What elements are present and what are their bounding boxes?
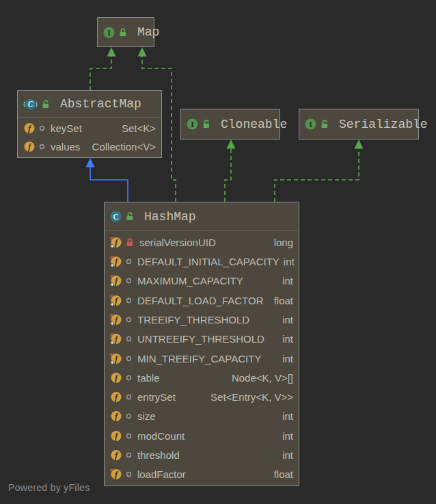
node-title: AbstractMap [60, 97, 141, 111]
class-node-hashmap[interactable]: C HashMap f serialVersionUIDlong f DEFAU… [104, 202, 299, 486]
field-name: threshold [137, 449, 180, 461]
field-name: keySet [51, 122, 82, 134]
field-type: int [282, 449, 293, 461]
field-icon: f [110, 275, 122, 287]
fields-list: f keySetSet<K> f valuesCollection<V> [18, 118, 161, 157]
package-circle-icon [39, 144, 45, 150]
field-row-size[interactable]: f sizeint [105, 407, 299, 426]
public-lock-icon [119, 28, 128, 37]
svg-text:I: I [107, 27, 111, 37]
edge-hashmap-extends-abstractmap [86, 158, 128, 202]
svg-text:C: C [113, 212, 119, 222]
yfiles-credit: Powered by yFiles [8, 482, 90, 493]
private-lock-icon [126, 238, 134, 247]
field-name: MAXIMUM_CAPACITY [137, 275, 243, 287]
field-type: int [284, 256, 295, 267]
node-title: Cloneable [221, 118, 287, 131]
field-name: modCount [137, 430, 185, 442]
field-row-table[interactable]: f tableNode<K, V>[] [105, 368, 299, 387]
node-title: Serializable [339, 118, 428, 131]
field-name: entrySet [137, 391, 176, 403]
diagram-canvas[interactable]: Powered by yFiles I Map C AbstractMap f … [0, 0, 436, 504]
field-name: UNTREEIFY_THRESHOLD [137, 333, 264, 345]
class-node-cloneable[interactable]: I Cloneable [180, 109, 280, 140]
field-row-MIN_TREEIFY_CAPACITY[interactable]: f MIN_TREEIFY_CAPACITYint [105, 349, 299, 368]
field-icon: f [110, 237, 122, 248]
edge-hashmap-implements-serializable [275, 140, 364, 202]
public-lock-icon [42, 100, 51, 109]
svg-text:C: C [28, 100, 33, 108]
field-icon: f [23, 141, 35, 152]
package-circle-icon [126, 394, 132, 400]
field-type: Collection<V> [92, 141, 156, 152]
field-name: size [137, 410, 156, 422]
field-type: Node<K, V>[] [232, 372, 293, 384]
field-icon: f [110, 410, 122, 422]
field-icon: f [110, 256, 122, 267]
field-icon: f [110, 353, 122, 364]
node-header-cloneable[interactable]: I Cloneable [181, 109, 280, 139]
package-circle-icon [126, 297, 132, 304]
class-icon: C [110, 211, 122, 222]
package-circle-icon [126, 452, 132, 458]
field-row-UNTREEIFY_THRESHOLD[interactable]: f UNTREEIFY_THRESHOLDint [105, 330, 299, 349]
interface-icon: I [103, 27, 115, 38]
field-row-values[interactable]: f valuesCollection<V> [18, 137, 161, 156]
class-node-abstractmap[interactable]: C AbstractMap f keySetSet<K> f valuesCol… [17, 90, 162, 158]
package-circle-icon [126, 356, 132, 362]
interface-icon: I [305, 118, 316, 130]
field-icon: f [23, 122, 35, 134]
field-row-threshold[interactable]: f thresholdint [105, 445, 299, 464]
class-node-serializable[interactable]: I Serializable [299, 109, 419, 140]
package-circle-icon [126, 375, 132, 381]
field-type: float [274, 468, 293, 480]
public-lock-icon [202, 120, 211, 129]
field-row-loadFactor[interactable]: f loadFactorfloat [105, 465, 299, 484]
field-row-keySet[interactable]: f keySetSet<K> [18, 119, 161, 137]
class-node-map[interactable]: I Map [97, 17, 154, 47]
arrowhead-abstractmap-implements-map [107, 47, 116, 57]
node-title: HashMap [144, 210, 196, 224]
field-row-serialVersionUID[interactable]: f serialVersionUIDlong [105, 233, 299, 252]
node-header-serializable[interactable]: I Serializable [299, 109, 418, 139]
package-circle-icon [126, 258, 132, 265]
field-name: values [51, 141, 80, 152]
field-name: serialVersionUID [139, 237, 216, 248]
field-icon: f [110, 391, 122, 403]
field-type: int [282, 353, 293, 364]
arrowhead-hashmap-implements-cloneable [227, 140, 236, 149]
field-name: MIN_TREEIFY_CAPACITY [137, 353, 261, 364]
package-circle-icon [39, 125, 45, 131]
field-type: float [274, 295, 293, 306]
field-row-TREEIFY_THRESHOLD[interactable]: f TREEIFY_THRESHOLDint [105, 310, 299, 329]
field-type: Set<K> [122, 122, 156, 134]
field-row-MAXIMUM_CAPACITY[interactable]: f MAXIMUM_CAPACITYint [105, 271, 299, 291]
arrowhead-hashmap-extends-abstractmap [86, 158, 95, 168]
field-row-DEFAULT_LOAD_FACTOR[interactable]: f DEFAULT_LOAD_FACTORfloat [105, 291, 299, 310]
node-title: Map [137, 25, 159, 39]
abstract-class-icon: C [23, 98, 38, 110]
arrowhead-hashmap-implements-map [138, 47, 147, 57]
field-type: int [282, 314, 293, 326]
field-type: long [274, 237, 293, 248]
interface-icon: I [187, 118, 198, 130]
fields-list: f serialVersionUIDlong f DEFAULT_INITIAL… [105, 231, 299, 486]
field-icon: f [110, 449, 122, 461]
field-type: int [282, 410, 293, 422]
field-icon: f [110, 430, 122, 442]
field-row-modCount[interactable]: f modCountint [105, 426, 299, 445]
node-header-map[interactable]: I Map [98, 18, 154, 47]
field-icon: f [110, 295, 122, 306]
svg-text:I: I [309, 120, 312, 129]
package-circle-icon [126, 278, 132, 284]
package-circle-icon [126, 336, 132, 342]
field-icon: f [110, 372, 122, 384]
field-type: int [282, 333, 293, 345]
field-row-DEFAULT_INITIAL_CAPACITY[interactable]: f DEFAULT_INITIAL_CAPACITYint [105, 252, 299, 271]
node-header-hashmap[interactable]: C HashMap [105, 202, 299, 231]
field-name: DEFAULT_INITIAL_CAPACITY [137, 256, 280, 267]
node-header-abstractmap[interactable]: C AbstractMap [18, 91, 161, 118]
field-row-entrySet[interactable]: f entrySetSet<Entry<K, V>> [105, 388, 299, 407]
field-icon: f [110, 314, 122, 326]
package-circle-icon [126, 317, 132, 323]
